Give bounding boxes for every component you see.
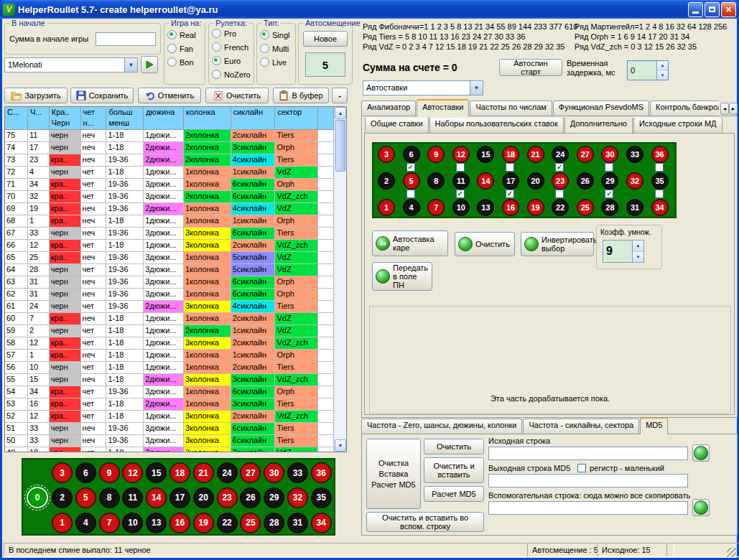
column-header[interactable]: четн... — [81, 107, 107, 130]
radio-pro[interactable]: Pro — [209, 27, 254, 40]
main-tab-5[interactable]: Контроль банкрол — [650, 101, 719, 116]
board-number-23[interactable]: 23 — [217, 487, 238, 508]
board-number-21[interactable]: 21 — [527, 146, 544, 163]
table-row[interactable]: 6124чернчет19-362дюжи...3колонка4сиклайн… — [5, 301, 334, 313]
md5-clear-paste-button[interactable]: Очистить и вставить — [424, 457, 484, 483]
spin-up-icon[interactable]: ▲ — [633, 241, 643, 252]
table-row[interactable]: 7032кра..чет19-363дюжи...2колонка6сиклай… — [5, 191, 334, 203]
bet-checkbox[interactable] — [605, 163, 613, 172]
table-row[interactable]: 4918кра..чет1-182дюжи...3колонка3сиклайн… — [5, 447, 334, 452]
scroll-up-icon[interactable]: ▲ — [335, 107, 346, 119]
board-number-14[interactable]: 14 — [477, 172, 494, 190]
board-number-31[interactable]: 31 — [626, 199, 643, 216]
table-row[interactable]: 7323кра..неч19-362дюжи...2колонка4сиклай… — [5, 154, 334, 167]
preset-combo[interactable]: 1Melonati ▼ — [4, 57, 138, 73]
board-number-30[interactable]: 30 — [601, 146, 618, 163]
table-row[interactable]: 6612кра..чет1-181дюжи...3колонка2сиклайн… — [5, 240, 334, 252]
autospin-button[interactable]: Автоспин старт — [499, 59, 562, 76]
resize-grip[interactable] — [727, 548, 736, 557]
board-number-6[interactable]: 6 — [403, 146, 420, 163]
board-number-34[interactable]: 34 — [311, 513, 332, 533]
board-number-9[interactable]: 9 — [99, 462, 120, 483]
board-number-8[interactable]: 8 — [99, 487, 120, 508]
table-row[interactable]: 5316кра..чет1-182дюжи...1колонка3сиклайн… — [5, 398, 334, 411]
board-number-33[interactable]: 33 — [287, 462, 308, 483]
register-checkbox[interactable] — [577, 464, 586, 472]
board-number-17[interactable]: 17 — [502, 172, 519, 190]
table-row[interactable]: 6331черннеч19-363дюжи...1колонка6сиклайн… — [5, 276, 334, 289]
table-row[interactable]: 5133черннеч19-363дюжи...3колонка6сиклайн… — [5, 423, 334, 435]
main-tab-1[interactable]: Анализатор — [361, 101, 416, 116]
table-row[interactable]: 6525кра..неч19-363дюжи...1колонка5сиклай… — [5, 252, 334, 264]
board-number-12[interactable]: 12 — [452, 146, 470, 163]
board-number-26[interactable]: 26 — [240, 487, 261, 508]
board-number-30[interactable]: 30 — [264, 462, 284, 483]
toolbar-button-4[interactable]: Очистить — [205, 88, 269, 103]
sub-tab-1[interactable]: Общие ставки — [365, 118, 429, 133]
tab-scroll-right-icon[interactable]: ► — [729, 103, 738, 115]
main-tab-3[interactable]: Частоты по числам — [470, 101, 552, 116]
table-row[interactable]: 7134кра..чет19-363дюжи...1колонка6сиклай… — [5, 179, 334, 191]
radio-singl[interactable]: Singl — [257, 28, 295, 42]
board-number-21[interactable]: 21 — [193, 462, 214, 483]
bet-checkbox-checked[interactable]: ✓ — [406, 163, 415, 172]
sub-tab-2[interactable]: Наборы пользовательских ставок — [429, 118, 564, 133]
bottom-tab-1[interactable]: Частота - Zero, шансы, дюжины, колонки — [361, 419, 522, 434]
md5-source-input[interactable] — [488, 447, 688, 460]
board-number-28[interactable]: 28 — [601, 199, 618, 216]
board-number-10[interactable]: 10 — [452, 199, 470, 216]
board-number-25[interactable]: 25 — [240, 513, 261, 533]
bet-checkbox-checked[interactable]: ✓ — [456, 190, 465, 198]
md5-output-input[interactable] — [488, 474, 688, 487]
table-row[interactable]: 592чернчет1-181дюжи...2колонка1сиклайнVd… — [5, 325, 334, 337]
board-number-15[interactable]: 15 — [477, 146, 494, 163]
table-row[interactable]: 7417черннеч1-182дюжи...2колонка3сиклайнO… — [5, 142, 334, 154]
board-number-35[interactable]: 35 — [311, 487, 332, 508]
board-number-11[interactable]: 11 — [452, 172, 470, 190]
minimize-button[interactable] — [688, 2, 703, 17]
column-header[interactable] — [318, 107, 334, 130]
chevron-down-icon[interactable]: ▼ — [124, 58, 137, 72]
table-row[interactable]: 5812кра..чет1-181дюжи...3колонка2сиклайн… — [5, 337, 334, 350]
collapse-button[interactable]: - — [332, 88, 348, 103]
md5-aux-go-button[interactable] — [692, 499, 710, 516]
bottom-tab-2[interactable]: Частота - сиклайны, сектора — [523, 419, 639, 434]
tab-scroll-left-icon[interactable]: ◄ — [720, 103, 729, 115]
board-number-29[interactable]: 29 — [601, 172, 618, 190]
board-number-11[interactable]: 11 — [122, 487, 143, 508]
radio-french[interactable]: French — [209, 40, 254, 54]
board-number-zero[interactable]: 0 — [27, 487, 48, 508]
radio-euro[interactable]: Euro — [209, 54, 254, 67]
toolbar-button-2[interactable]: Сохранить — [70, 88, 134, 103]
table-row[interactable]: 5434кра..чет19-363дюжи...1колонка6сиклай… — [5, 386, 334, 398]
table-row[interactable]: 681кра..неч1-181дюжи...1колонка1сиклайнO… — [5, 215, 334, 228]
board-number-15[interactable]: 15 — [146, 462, 167, 483]
autobet-kare-button[interactable]: 49 Автоставка каре — [372, 230, 448, 256]
table-row[interactable]: 607кра..неч1-181дюжи...1колонка2сиклайнV… — [5, 313, 334, 325]
toolbar-button-3[interactable]: Отменить — [138, 88, 201, 103]
radio-nozero[interactable]: NoZero — [209, 67, 254, 81]
start-sum-input[interactable] — [96, 32, 156, 46]
board-number-22[interactable]: 22 — [552, 199, 569, 216]
bet-checkbox[interactable] — [655, 163, 664, 172]
md5-clear-button[interactable]: Очистить — [424, 439, 484, 454]
board-number-4[interactable]: 4 — [403, 199, 420, 216]
scroll-down-icon[interactable]: ▼ — [335, 439, 346, 452]
board-number-9[interactable]: 9 — [427, 146, 445, 163]
board-number-20[interactable]: 20 — [193, 487, 214, 508]
radio-multi[interactable]: Multi — [257, 42, 295, 55]
board-number-10[interactable]: 10 — [122, 513, 143, 533]
transfer-to-pn-button[interactable]: Передать в поле ПН — [372, 262, 432, 291]
new-button[interactable]: Новое — [303, 31, 348, 47]
table-row[interactable]: 5515черннеч1-182дюжи...3колонка3сиклайнV… — [5, 374, 334, 386]
bet-checkbox[interactable] — [456, 163, 465, 172]
board-number-24[interactable]: 24 — [217, 462, 238, 483]
table-row[interactable]: 6733черннеч19-363дюжи...3колонка6сиклайн… — [5, 228, 334, 240]
board-number-7[interactable]: 7 — [427, 199, 445, 216]
clear-selection-button[interactable]: Очистить — [455, 232, 515, 256]
board-number-7[interactable]: 7 — [99, 513, 120, 533]
close-button[interactable]: × — [721, 2, 736, 17]
invert-selection-button[interactable]: Инвертировать выбор — [521, 232, 594, 256]
bet-checkbox[interactable] — [406, 190, 415, 198]
main-tab-2[interactable]: Автоставки — [417, 99, 469, 116]
